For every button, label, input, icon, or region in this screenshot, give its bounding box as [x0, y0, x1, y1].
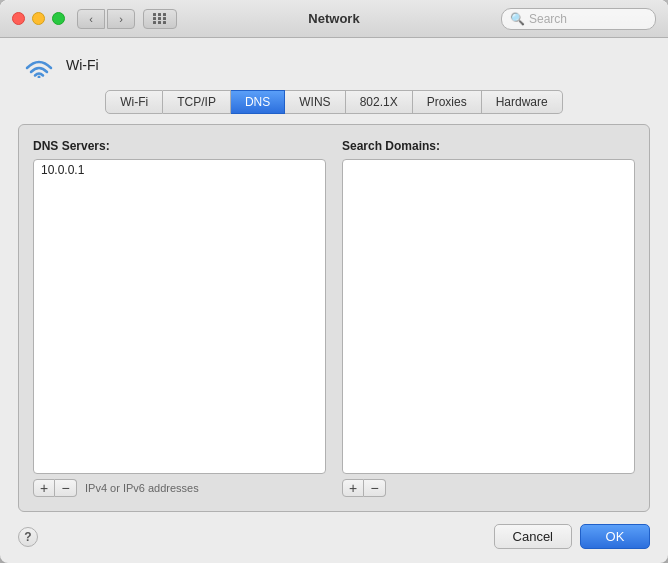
content-area: Wi-Fi Wi-Fi TCP/IP DNS WINS 802.1X Proxi… — [0, 38, 668, 563]
cancel-button[interactable]: Cancel — [494, 524, 572, 549]
help-button[interactable]: ? — [18, 527, 38, 547]
grid-button[interactable] — [143, 9, 177, 29]
window: ‹ › Network 🔍 Search — [0, 0, 668, 563]
tab-dns[interactable]: DNS — [231, 90, 285, 114]
wifi-label: Wi-Fi — [66, 57, 99, 73]
wifi-icon — [22, 52, 56, 78]
dns-servers-list[interactable]: 10.0.0.1 — [33, 159, 326, 474]
ok-button[interactable]: OK — [580, 524, 650, 549]
grid-icon — [153, 13, 167, 24]
dns-servers-label: DNS Servers: — [33, 139, 326, 153]
dns-hint: IPv4 or IPv6 addresses — [85, 482, 199, 494]
wifi-header: Wi-Fi — [18, 52, 650, 78]
tab-proxies[interactable]: Proxies — [413, 90, 482, 114]
tab-tcpip[interactable]: TCP/IP — [163, 90, 231, 114]
forward-button[interactable]: › — [107, 9, 135, 29]
tab-bar: Wi-Fi TCP/IP DNS WINS 802.1X Proxies Har… — [18, 90, 650, 114]
dns-panel: DNS Servers: 10.0.0.1 + − IPv4 or IPv6 a… — [18, 124, 650, 512]
back-button[interactable]: ‹ — [77, 9, 105, 29]
minimize-button[interactable] — [32, 12, 45, 25]
panel-columns: DNS Servers: 10.0.0.1 + − IPv4 or IPv6 a… — [33, 139, 635, 497]
dns-add-button[interactable]: + — [33, 479, 55, 497]
search-domains-list[interactable] — [342, 159, 635, 474]
search-domains-controls: + − — [342, 479, 635, 497]
dns-remove-button[interactable]: − — [55, 479, 77, 497]
window-title: Network — [308, 11, 359, 26]
search-box[interactable]: 🔍 Search — [501, 8, 656, 30]
dns-server-item[interactable]: 10.0.0.1 — [34, 160, 325, 180]
titlebar: ‹ › Network 🔍 Search — [0, 0, 668, 38]
search-icon: 🔍 — [510, 12, 525, 26]
svg-point-0 — [38, 76, 41, 79]
tab-hardware[interactable]: Hardware — [482, 90, 563, 114]
dns-servers-controls: + − IPv4 or IPv6 addresses — [33, 479, 326, 497]
search-placeholder: Search — [529, 12, 567, 26]
search-domains-label: Search Domains: — [342, 139, 635, 153]
close-button[interactable] — [12, 12, 25, 25]
tab-wins[interactable]: WINS — [285, 90, 345, 114]
traffic-lights — [12, 12, 65, 25]
bottom-actions: Cancel OK — [494, 524, 650, 549]
nav-arrows: ‹ › — [77, 9, 135, 29]
domain-remove-button[interactable]: − — [364, 479, 386, 497]
tab-8021x[interactable]: 802.1X — [346, 90, 413, 114]
bottom-bar: ? Cancel OK — [18, 514, 650, 549]
domain-add-button[interactable]: + — [342, 479, 364, 497]
search-domains-column: Search Domains: + − — [342, 139, 635, 497]
dns-servers-column: DNS Servers: 10.0.0.1 + − IPv4 or IPv6 a… — [33, 139, 326, 497]
tab-wifi[interactable]: Wi-Fi — [105, 90, 163, 114]
maximize-button[interactable] — [52, 12, 65, 25]
